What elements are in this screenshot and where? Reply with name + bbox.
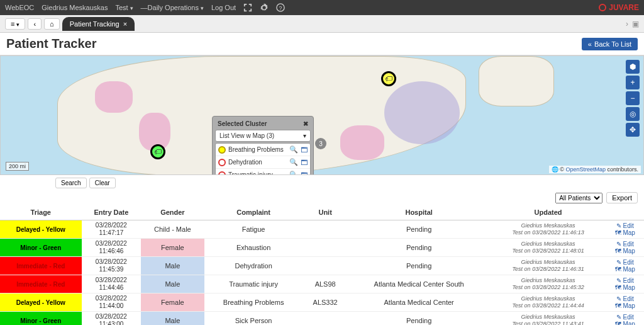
user-name[interactable]: Giedrius Meskauskas (42, 4, 108, 11)
column-header[interactable]: Updated (491, 205, 606, 220)
page-header: Patient Tracker « Back To List (0, 33, 644, 55)
popup-close-icon[interactable]: ✖ (303, 120, 308, 127)
fullscreen-icon[interactable] (243, 3, 252, 12)
column-header[interactable]: Complaint (204, 205, 303, 220)
triage-cell: Immediate - Red (0, 275, 82, 294)
zoom-icon[interactable]: 🔍 (289, 171, 298, 175)
nav-next-icon[interactable]: › (626, 20, 628, 28)
osm-link[interactable]: OpenStreetMap (565, 166, 606, 173)
window-icon[interactable]: ▣ (632, 20, 639, 28)
svg-point-2 (599, 4, 606, 11)
gender-cell: Female (141, 294, 204, 312)
patient-table: TriageEntry DateGenderComplaintUnitHospi… (0, 205, 644, 325)
map-link[interactable]: 🗺 Map (608, 248, 641, 254)
column-header[interactable]: Unit (303, 205, 348, 220)
back-to-list-button[interactable]: « Back To List (582, 38, 638, 50)
map-link[interactable]: 🗺 Map (608, 266, 641, 273)
app-name[interactable]: WebEOC (5, 4, 34, 11)
map-marker-yellow[interactable]: 🏷 (381, 71, 396, 86)
open-icon[interactable]: 🗔 (301, 159, 308, 166)
edit-link[interactable]: ✎ Edit (608, 241, 641, 248)
actions-cell: ✎ Edit 🗺 Map (606, 312, 644, 326)
zoom-icon[interactable]: 🔍 (289, 158, 298, 166)
unit-cell (303, 312, 348, 326)
map-link[interactable]: 🗺 Map (608, 321, 641, 325)
updated-cell: Giedrius MeskauskasTest on 03/28/2022 11… (491, 220, 606, 239)
globe-icon: 🌐 (552, 166, 558, 173)
map-link[interactable]: 🗺 Map (608, 229, 641, 236)
tab-label: Patient Tracking (70, 20, 119, 28)
filter-select[interactable]: All Patients (555, 193, 602, 203)
popup-item-label: Breathing Problems (228, 146, 284, 153)
global-topbar: WebEOC Giedrius Meskauskas Test —Daily O… (0, 0, 644, 15)
view-menu-button[interactable]: ≡ (5, 18, 25, 30)
map-link[interactable]: 🗺 Map (608, 284, 641, 291)
actions-cell: ✎ Edit 🗺 Map (606, 257, 644, 275)
table-row: Delayed - Yellow 03/28/202211:44:00 Fema… (0, 294, 644, 312)
menu-test[interactable]: Test (115, 4, 133, 11)
popup-view-select[interactable]: List View w Map (3) ▾ (215, 130, 311, 142)
complaint-cell: Breathing Problems (204, 294, 303, 312)
menu-daily-ops[interactable]: —Daily Operations (141, 4, 204, 11)
entry-date-cell: 03/28/202211:43:00 (82, 312, 142, 326)
nav-back-button[interactable]: ‹ (28, 18, 42, 30)
cluster-count[interactable]: 3 (315, 138, 326, 149)
updated-cell: Giedrius MeskauskasTest on 03/28/2022 11… (491, 257, 606, 275)
popup-item[interactable]: Dehydration 🔍 🗔 (216, 156, 310, 169)
complaint-cell: Dehydration (204, 257, 303, 275)
close-tab-icon[interactable]: × (123, 20, 127, 28)
logout-link[interactable]: Log Out (211, 4, 236, 11)
tab-bar: ≡ ‹ ⌂ Patient Tracking × › ▣ (0, 15, 644, 33)
brand-logo: JUVARE (599, 3, 639, 12)
hospital-cell: Atlanta Medical Center South (348, 275, 491, 294)
back-arrow-icon: « (588, 40, 592, 48)
edit-link[interactable]: ✎ Edit (608, 259, 641, 266)
map-query-button[interactable]: ◎ (626, 107, 640, 121)
gear-icon[interactable] (260, 3, 269, 12)
clear-button[interactable]: Clear (89, 178, 116, 188)
popup-item[interactable]: Breathing Problems 🔍 🗔 (216, 144, 310, 156)
unit-cell: ALS98 (303, 275, 348, 294)
column-header[interactable]: Hospital (348, 205, 491, 220)
column-header[interactable]: Entry Date (82, 205, 142, 220)
tab-patient-tracking[interactable]: Patient Tracking × (62, 17, 135, 31)
zoom-icon[interactable]: 🔍 (289, 145, 298, 154)
column-header[interactable]: Gender (141, 205, 204, 220)
column-header[interactable] (606, 205, 644, 220)
svg-text:?: ? (279, 5, 282, 11)
map-marker-green[interactable]: 🏷 (150, 144, 165, 159)
open-icon[interactable]: 🗔 (301, 146, 308, 154)
gender-cell: Child - Male (141, 220, 204, 239)
edit-link[interactable]: ✎ Edit (608, 295, 641, 302)
edit-link[interactable]: ✎ Edit (608, 277, 641, 284)
actions-cell: ✎ Edit 🗺 Map (606, 220, 644, 239)
updated-cell: Giedrius MeskauskasTest on 03/28/2022 11… (491, 312, 606, 326)
gender-cell: Male (141, 275, 204, 294)
zoom-in-button[interactable]: + (626, 76, 640, 89)
export-button[interactable]: Export (606, 192, 638, 203)
cluster-popup: Selected Cluster ✖ List View w Map (3) ▾… (212, 116, 314, 175)
hospital-cell: Atlanta Medical Center (348, 294, 491, 312)
help-icon[interactable]: ? (276, 3, 285, 12)
topbar-left: WebEOC Giedrius Meskauskas Test —Daily O… (5, 3, 285, 12)
column-header[interactable]: Triage (0, 205, 82, 220)
map-scale: 200 mi (6, 162, 29, 171)
zoom-out-button[interactable]: − (626, 91, 640, 105)
popup-item[interactable]: Traumatic injury 🔍 🗔 (216, 169, 310, 175)
edit-link[interactable]: ✎ Edit (608, 222, 641, 229)
map-locate-button[interactable]: ✥ (626, 123, 640, 137)
map-home-button[interactable]: ⬢ (626, 60, 640, 74)
triage-cell: Delayed - Yellow (0, 294, 82, 312)
search-button[interactable]: Search (55, 178, 87, 188)
open-icon[interactable]: 🗔 (301, 171, 308, 176)
actions-cell: ✎ Edit 🗺 Map (606, 239, 644, 257)
table-row: Immediate - Red 03/28/202211:44:46 Male … (0, 275, 644, 294)
complaint-cell: Traumatic injury (204, 275, 303, 294)
home-button[interactable]: ⌂ (44, 18, 60, 30)
map-link[interactable]: 🗺 Map (608, 302, 641, 309)
unit-cell (303, 220, 348, 239)
entry-date-cell: 03/28/202211:45:39 (82, 257, 142, 275)
map-panel[interactable]: 🏷 🏷 3 Selected Cluster ✖ List View w Map… (0, 55, 644, 175)
triage-cell: Delayed - Yellow (0, 220, 82, 239)
edit-link[interactable]: ✎ Edit (608, 314, 641, 321)
